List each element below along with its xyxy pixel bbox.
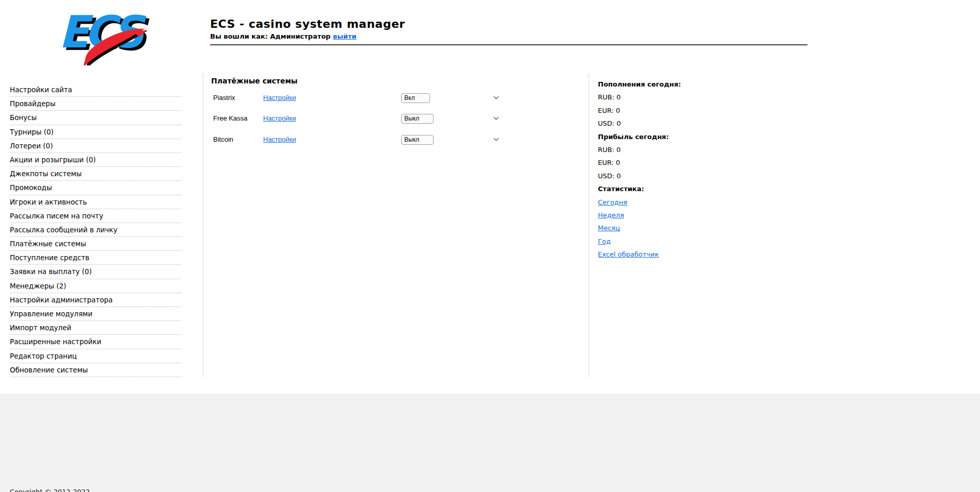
payment-row-piastrix: Piastrix Настройки Вкл Выкл xyxy=(213,92,502,103)
payment-settings-link[interactable]: Настройки xyxy=(263,135,401,143)
menu-item-incoming-funds[interactable]: Поступление средств xyxy=(10,251,181,265)
profit-usd: USD: 0 xyxy=(598,170,727,183)
ecs-logo: ECS xyxy=(57,6,149,65)
menu-item-bonuses[interactable]: Бонусы xyxy=(10,111,181,125)
stats-today-link[interactable]: Сегодня xyxy=(598,198,627,206)
deposits-usd: USD: 0 xyxy=(598,117,727,130)
header-divider xyxy=(210,44,807,45)
menu-item-payment-systems[interactable]: Платёжные системы xyxy=(10,237,181,251)
payment-name: Free Kassa xyxy=(213,114,263,122)
payment-settings-link[interactable]: Настройки xyxy=(263,94,401,101)
payment-state-select-wrap: Вкл Выкл xyxy=(401,134,502,145)
profit-rub: RUB: 0 xyxy=(598,144,727,157)
admin-menu: Настройки сайта Провайдеры Бонусы Турнир… xyxy=(10,83,181,377)
menu-item-payout-requests[interactable]: Заявки на выплату (0) xyxy=(10,265,181,279)
logged-in-as-label: Вы вошли как: Администратор xyxy=(210,32,331,40)
stats-month-link[interactable]: Месяц xyxy=(598,224,620,232)
menu-item-email-mailing[interactable]: Рассылка писем на почту xyxy=(10,209,181,223)
statistics-title: Статистика: xyxy=(598,183,727,196)
profit-today-title: Прибыль сегодня: xyxy=(598,131,727,144)
stats-excel-link[interactable]: Excel обработчик xyxy=(598,250,659,258)
section-title: Платёжные системы xyxy=(211,77,298,85)
menu-item-pm-mailing[interactable]: Рассылка сообщений в личку xyxy=(10,223,181,237)
payment-systems-list: Piastrix Настройки Вкл Выкл Free Kassa Н… xyxy=(213,92,502,155)
payment-name: Piastrix xyxy=(213,94,263,101)
payment-row-bitcoin: Bitcoin Настройки Вкл Выкл xyxy=(213,133,502,145)
payment-state-select[interactable]: Вкл Выкл xyxy=(401,135,434,145)
menu-item-system-update[interactable]: Обновление системы xyxy=(10,363,181,377)
menu-item-promotions[interactable]: Акции и розыгрыши (0) xyxy=(10,153,181,167)
stats-week-link[interactable]: Неделя xyxy=(598,211,624,219)
stats-panel: Пополнения сегодня: RUB: 0 EUR: 0 USD: 0… xyxy=(598,78,727,261)
payment-state-select-wrap: Вкл Выкл xyxy=(401,113,502,124)
deposits-eur: EUR: 0 xyxy=(598,105,727,117)
menu-item-jackpots[interactable]: Джекпоты системы xyxy=(10,167,181,181)
menu-item-tournaments[interactable]: Турниры (0) xyxy=(10,125,181,139)
menu-item-advanced-settings[interactable]: Расширенные настройки xyxy=(10,335,181,349)
payment-settings-link[interactable]: Настройки xyxy=(263,114,401,122)
menu-item-providers[interactable]: Провайдеры xyxy=(10,97,181,111)
stats-year-link[interactable]: Год xyxy=(598,237,611,245)
payment-state-select[interactable]: Вкл Выкл xyxy=(401,114,434,124)
page-title: ECS - casino system manager xyxy=(210,18,405,30)
menu-item-managers[interactable]: Менеджеры (2) xyxy=(10,279,181,293)
ecs-logo-text: ECS xyxy=(59,6,139,58)
copyright-text: Copyright © 2012-2022 xyxy=(10,488,90,492)
footer: Copyright © 2012-2022 xyxy=(0,394,980,492)
payment-state-select-wrap: Вкл Выкл xyxy=(401,92,502,103)
right-content-divider xyxy=(589,74,589,377)
menu-item-admin-settings[interactable]: Настройки администратора xyxy=(10,293,181,307)
login-status: Вы вошли как: Администратор выйти xyxy=(210,32,356,40)
deposits-rub: RUB: 0 xyxy=(598,91,727,104)
deposits-today-title: Пополнения сегодня: xyxy=(598,78,727,91)
logout-link[interactable]: выйти xyxy=(333,32,356,40)
menu-item-module-import[interactable]: Импорт модулей xyxy=(10,321,181,335)
profit-eur: EUR: 0 xyxy=(598,157,727,169)
menu-item-promocodes[interactable]: Промокоды xyxy=(10,181,181,195)
menu-item-page-editor[interactable]: Редактор страниц xyxy=(10,349,181,363)
menu-item-players-activity[interactable]: Игроки и активность xyxy=(10,195,181,209)
menu-item-module-management[interactable]: Управление модулями xyxy=(10,307,181,321)
menu-item-site-settings[interactable]: Настройки сайта xyxy=(10,83,181,97)
payment-row-freekassa: Free Kassa Настройки Вкл Выкл xyxy=(213,113,502,124)
payment-state-select[interactable]: Вкл Выкл xyxy=(401,93,430,103)
left-content-divider xyxy=(203,74,203,377)
menu-item-lotteries[interactable]: Лотереи (0) xyxy=(10,139,181,153)
payment-name: Bitcoin xyxy=(213,135,263,143)
